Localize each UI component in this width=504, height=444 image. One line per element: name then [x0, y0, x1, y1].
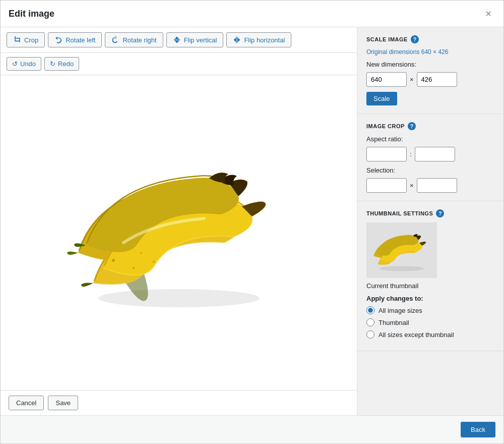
scale-section-header: SCALE IMAGE ?	[366, 35, 494, 43]
scale-help-icon[interactable]: ?	[411, 35, 419, 43]
radio-all-sizes[interactable]: All image sizes	[366, 306, 494, 314]
image-crop-section: IMAGE CROP ? Aspect ratio: : Selection: …	[357, 114, 503, 201]
selection-height-input[interactable]	[417, 178, 457, 193]
aspect-ratio-inputs: :	[366, 147, 494, 161]
selection-times-separator: ×	[410, 182, 414, 189]
aspect-ratio-height-input[interactable]	[415, 147, 455, 161]
width-input[interactable]	[366, 72, 407, 87]
rotate-right-icon	[111, 36, 119, 44]
selection-inputs: ×	[366, 178, 494, 193]
thumbnail-help-icon[interactable]: ?	[436, 209, 444, 217]
undo-button[interactable]: ↺ Undo	[7, 57, 41, 71]
flip-horizontal-button[interactable]: Flip horizontal	[226, 32, 291, 47]
close-button[interactable]: ×	[481, 7, 495, 21]
svg-point-6	[379, 266, 424, 271]
scale-image-section: SCALE IMAGE ? Original dimensions 640 × …	[357, 27, 503, 114]
radio-except-thumbnail[interactable]: All sizes except thumbnail	[366, 330, 494, 339]
radio-except-thumbnail-input[interactable]	[366, 330, 374, 339]
svg-point-3	[133, 267, 135, 269]
radio-all-sizes-label: All image sizes	[379, 307, 422, 314]
height-input[interactable]	[417, 72, 457, 87]
thumbnail-preview	[366, 223, 437, 278]
cancel-button[interactable]: Cancel	[9, 396, 44, 410]
dialog-title: Edit image	[9, 9, 54, 19]
svg-point-5	[140, 252, 142, 254]
crop-icon	[13, 36, 21, 44]
edit-image-dialog: Edit image × Crop Rotate left	[0, 0, 504, 444]
new-dimensions-label: New dimensions:	[366, 61, 494, 68]
aspect-ratio-label: Aspect ratio:	[366, 135, 494, 143]
flip-vertical-button[interactable]: Flip vertical	[166, 32, 224, 47]
thumbnail-section-title: THUMBNAIL SETTINGS	[366, 210, 433, 216]
radio-thumbnail[interactable]: Thumbnail	[366, 318, 494, 326]
current-thumbnail-label: Current thumbnail	[366, 282, 494, 290]
svg-point-0	[98, 289, 260, 307]
thumbnail-settings-section: THUMBNAIL SETTINGS ?	[357, 201, 503, 351]
action-bar: Cancel Save	[1, 390, 357, 415]
crop-section-title: IMAGE CROP	[366, 123, 405, 129]
dialog-body: Crop Rotate left Rotate right	[1, 27, 503, 415]
thumbnail-image	[366, 223, 437, 278]
radio-thumbnail-label: Thumbnail	[379, 319, 409, 326]
rotate-left-icon	[54, 36, 62, 44]
dims-times-separator: ×	[410, 76, 414, 83]
redo-arrow-icon: ↻	[50, 60, 55, 68]
radio-except-thumbnail-label: All sizes except thumbnail	[379, 331, 454, 339]
redo-button[interactable]: ↻ Redo	[44, 57, 79, 71]
undo-redo-bar: ↺ Undo ↻ Redo	[1, 53, 357, 75]
original-dimensions: Original dimensions 640 × 426	[366, 48, 494, 56]
banana-image	[53, 152, 305, 313]
svg-point-4	[152, 261, 155, 263]
crop-help-icon[interactable]: ?	[408, 122, 416, 130]
apply-changes-label: Apply changes to:	[366, 295, 494, 302]
dialog-header: Edit image ×	[1, 1, 503, 27]
side-panel: SCALE IMAGE ? Original dimensions 640 × …	[357, 27, 503, 415]
scale-section-title: SCALE IMAGE	[366, 36, 408, 42]
thumbnail-section-header: THUMBNAIL SETTINGS ?	[366, 209, 494, 217]
save-button[interactable]: Save	[48, 396, 78, 410]
scale-button[interactable]: Scale	[366, 92, 397, 105]
main-panel: Crop Rotate left Rotate right	[1, 27, 357, 415]
undo-arrow-icon: ↺	[12, 60, 18, 68]
svg-point-2	[112, 259, 115, 262]
crop-section-header: IMAGE CROP ?	[366, 122, 494, 130]
selection-label: Selection:	[366, 166, 494, 174]
image-area	[1, 75, 357, 390]
toolbar: Crop Rotate left Rotate right	[1, 27, 357, 53]
dialog-footer: Back	[1, 415, 503, 443]
back-button[interactable]: Back	[461, 422, 495, 437]
aspect-ratio-separator: :	[410, 150, 412, 158]
aspect-ratio-width-input[interactable]	[366, 147, 407, 161]
radio-all-sizes-input[interactable]	[366, 306, 374, 314]
crop-button[interactable]: Crop	[7, 32, 45, 47]
rotate-left-button[interactable]: Rotate left	[48, 32, 102, 47]
flip-vertical-icon	[173, 36, 181, 44]
radio-thumbnail-input[interactable]	[366, 318, 374, 326]
rotate-right-button[interactable]: Rotate right	[105, 32, 163, 47]
dimensions-inputs: ×	[366, 72, 494, 87]
selection-width-input[interactable]	[366, 178, 407, 193]
flip-horizontal-icon	[233, 36, 241, 44]
